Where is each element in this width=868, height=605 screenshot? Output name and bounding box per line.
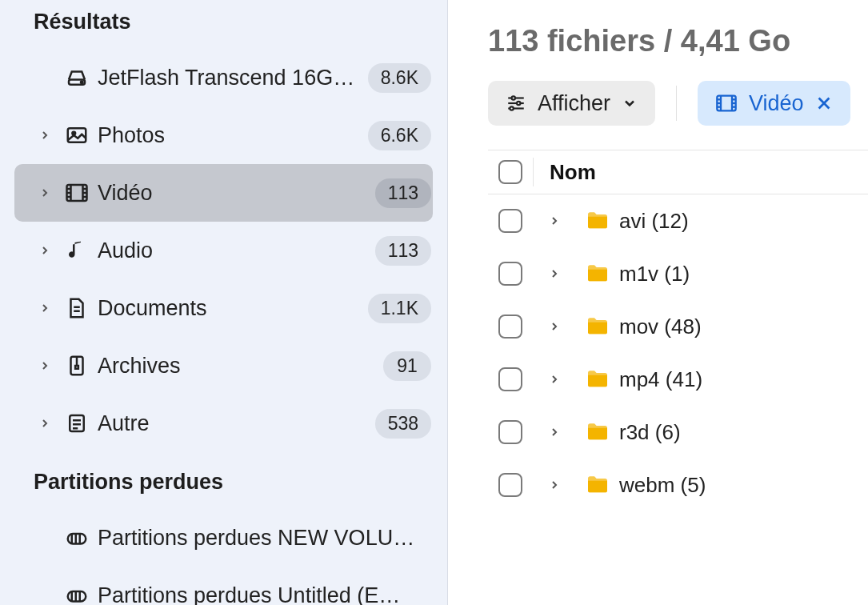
- row-checkbox[interactable]: [498, 315, 522, 339]
- folder-icon: [576, 261, 619, 286]
- expand-icon[interactable]: [533, 426, 576, 439]
- select-all-checkbox[interactable]: [498, 160, 522, 184]
- chevron-right-icon: [34, 359, 56, 372]
- sidebar-item-label: Archives: [98, 354, 383, 379]
- sidebar-item-label: Partitions perdues NEW VOLU…: [98, 526, 431, 551]
- sidebar-item-archive[interactable]: Archives91: [0, 337, 447, 395]
- chevron-right-icon: [34, 417, 56, 430]
- chevron-right-icon: [34, 302, 56, 315]
- toolbar: Afficher Vidéo: [488, 81, 868, 150]
- row-checkbox[interactable]: [498, 262, 522, 286]
- sidebar-item-label: Photos: [98, 123, 368, 148]
- table-header-row: Nom: [488, 150, 868, 194]
- toolbar-divider: [676, 86, 677, 121]
- row-checkbox[interactable]: [498, 209, 522, 233]
- sidebar-lost-item[interactable]: Partitions perdues Untitled (E…: [0, 567, 447, 605]
- sidebar: Résultats JetFlash Transcend 16G…8.6KPho…: [0, 0, 448, 605]
- document-icon: [56, 296, 98, 320]
- folder-icon: [576, 314, 619, 339]
- table-row[interactable]: avi (12): [488, 194, 868, 247]
- chevron-down-icon: [622, 95, 638, 111]
- sidebar-item-label: Audio: [98, 238, 375, 263]
- chevron-right-icon: [34, 244, 56, 257]
- music-icon: [56, 238, 98, 262]
- expand-icon[interactable]: [533, 373, 576, 386]
- folder-icon: [576, 208, 619, 234]
- expand-icon[interactable]: [533, 479, 576, 491]
- sidebar-item-other[interactable]: Autre538: [0, 395, 447, 452]
- sidebar-item-badge: 6.6K: [368, 121, 431, 150]
- svg-point-31: [512, 96, 515, 99]
- sidebar-item-music[interactable]: Audio113: [0, 222, 447, 279]
- folder-icon: [576, 472, 619, 498]
- column-divider: [533, 158, 534, 186]
- filter-chip-video[interactable]: Vidéo: [698, 81, 850, 126]
- table-row[interactable]: webm (5): [488, 459, 868, 511]
- sidebar-item-document[interactable]: Documents1.1K: [0, 279, 447, 337]
- display-button-label: Afficher: [538, 91, 610, 116]
- svg-point-1: [81, 81, 83, 83]
- sidebar-item-image[interactable]: Photos6.6K: [0, 106, 447, 164]
- table-row[interactable]: m1v (1): [488, 247, 868, 300]
- video-icon: [715, 92, 738, 114]
- row-checkbox[interactable]: [498, 473, 522, 497]
- expand-icon[interactable]: [533, 214, 576, 227]
- image-icon: [56, 123, 98, 147]
- disk-icon: [56, 526, 98, 550]
- expand-icon[interactable]: [533, 267, 576, 280]
- chevron-right-icon: [34, 129, 56, 142]
- row-name: webm (5): [619, 473, 706, 498]
- display-button[interactable]: Afficher: [488, 81, 655, 126]
- row-name: avi (12): [619, 209, 689, 234]
- sidebar-item-badge: 8.6K: [368, 63, 431, 93]
- close-icon[interactable]: [815, 94, 833, 112]
- folder-icon: [576, 419, 619, 445]
- sidebar-item-badge: 91: [383, 351, 431, 381]
- sidebar-item-label: Partitions perdues Untitled (E…: [98, 583, 431, 606]
- sliders-icon: [506, 93, 526, 114]
- row-name: mov (48): [619, 315, 702, 339]
- sidebar-item-label: JetFlash Transcend 16G…: [98, 66, 368, 90]
- disk-icon: [56, 583, 98, 605]
- page-title: 113 fichiers / 4,41 Go: [488, 0, 868, 81]
- row-checkbox[interactable]: [498, 367, 522, 391]
- drive-icon: [56, 66, 98, 90]
- sidebar-item-badge: 113: [375, 236, 431, 266]
- sidebar-item-badge: 538: [375, 409, 431, 439]
- sidebar-item-label: Vidéo: [98, 181, 375, 206]
- sidebar-item-video[interactable]: Vidéo113: [14, 164, 433, 222]
- folder-icon: [576, 367, 619, 392]
- row-name: mp4 (41): [619, 367, 702, 392]
- sidebar-item-drive[interactable]: JetFlash Transcend 16G…8.6K: [0, 49, 447, 106]
- table-row[interactable]: mp4 (41): [488, 353, 868, 406]
- filter-chip-label: Vidéo: [749, 91, 804, 116]
- sidebar-item-label: Autre: [98, 411, 375, 436]
- sidebar-heading-results: Résultats: [0, 3, 447, 49]
- sidebar-item-badge: 113: [375, 178, 431, 208]
- svg-point-33: [517, 102, 520, 105]
- row-name: m1v (1): [619, 262, 690, 286]
- other-icon: [56, 411, 98, 435]
- table-row[interactable]: mov (48): [488, 300, 868, 353]
- video-icon: [56, 181, 98, 205]
- expand-icon[interactable]: [533, 320, 576, 333]
- sidebar-item-badge: 1.1K: [368, 294, 431, 323]
- sidebar-results-list: JetFlash Transcend 16G…8.6KPhotos6.6KVid…: [0, 49, 447, 452]
- sidebar-lost-list: Partitions perdues NEW VOLU…Partitions p…: [0, 509, 447, 605]
- table-row[interactable]: r3d (6): [488, 406, 868, 459]
- main-panel: 113 fichiers / 4,41 Go Afficher: [448, 0, 868, 605]
- svg-point-35: [510, 106, 513, 110]
- chevron-right-icon: [34, 186, 56, 199]
- row-name: r3d (6): [619, 420, 681, 445]
- file-list: avi (12)m1v (1)mov (48)mp4 (41)r3d (6)we…: [488, 194, 868, 511]
- svg-rect-17: [75, 366, 78, 369]
- sidebar-lost-item[interactable]: Partitions perdues NEW VOLU…: [0, 509, 447, 567]
- archive-icon: [56, 354, 98, 378]
- sidebar-heading-lost: Partitions perdues: [0, 452, 447, 509]
- sidebar-item-label: Documents: [98, 296, 368, 321]
- column-header-name[interactable]: Nom: [550, 160, 596, 185]
- row-checkbox[interactable]: [498, 420, 522, 444]
